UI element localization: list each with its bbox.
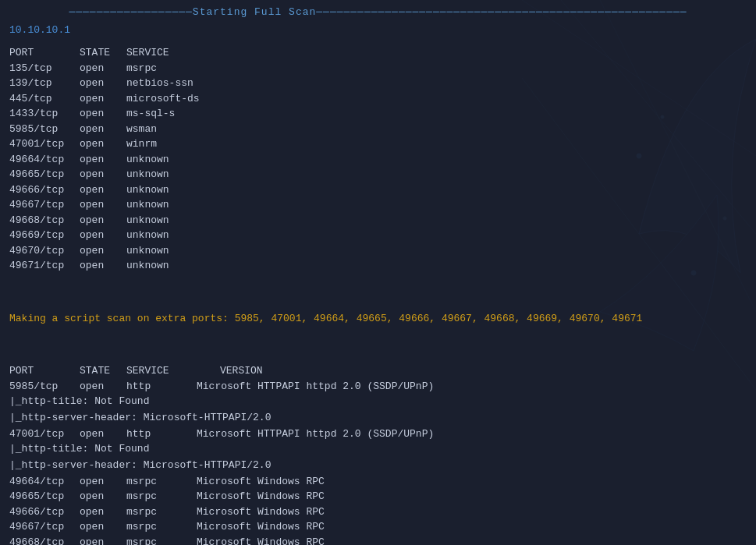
table-row: 135/tcpopenmsrpc [9, 61, 747, 76]
script-scan-notice: Making a script scan on extra ports: 598… [9, 311, 747, 327]
port-col-header: PORT [9, 45, 80, 61]
state-cell: open [80, 228, 126, 243]
initial-scan-rows: 135/tcpopenmsrpc139/tcpopennetbios-ssn44… [9, 61, 747, 274]
table-row: 49664/tcpopenmsrpcMicrosoft Windows RPC [9, 474, 747, 490]
table-row: 5985/tcpopenhttpMicrosoft HTTPAPI httpd … [9, 379, 747, 395]
state-cell: open [80, 213, 126, 228]
port-cell: 1433/tcp [9, 106, 80, 122]
version-cell: Microsoft HTTPAPI httpd 2.0 (SSDP/UPnP) [197, 379, 434, 395]
service-cell: netbios-ssn [126, 76, 220, 91]
table-header-row: PORT STATE SERVICE [9, 45, 747, 61]
table-row: 49666/tcpopenmsrpcMicrosoft Windows RPC [9, 504, 747, 520]
state-cell: open [80, 258, 126, 274]
version-cell: Microsoft Windows RPC [197, 504, 325, 520]
table-row: 47001/tcpopenhttpMicrosoft HTTPAPI httpd… [9, 426, 747, 442]
header-title: Starting Full Scan [193, 6, 316, 18]
service-cell: unknown [126, 197, 220, 213]
initial-port-table: PORT STATE SERVICE 135/tcpopenmsrpc139/t… [9, 45, 747, 274]
state-col-header-v: STATE [80, 363, 126, 379]
port-col-header-v: PORT [9, 363, 80, 379]
service-cell: msrpc [126, 504, 197, 520]
service-cell: wsman [126, 122, 220, 137]
terminal-output: ──────────────────Starting Full Scan────… [0, 0, 756, 545]
version-scan-rows: 5985/tcpopenhttpMicrosoft HTTPAPI httpd … [9, 379, 747, 546]
state-cell: open [80, 197, 126, 213]
table-row: 49666/tcpopenunknown [9, 182, 747, 198]
port-cell: 445/tcp [9, 91, 80, 107]
port-cell: 49669/tcp [9, 228, 80, 243]
table-row: 445/tcpopenmicrosoft-ds [9, 91, 747, 107]
state-cell: open [80, 535, 126, 545]
state-cell: open [80, 243, 126, 259]
table-row: 49668/tcpopenmsrpcMicrosoft Windows RPC [9, 535, 747, 545]
service-col-header: SERVICE [126, 45, 220, 61]
service-cell: winrm [126, 136, 220, 152]
service-cell: msrpc [126, 474, 197, 490]
state-cell: open [80, 91, 126, 107]
port-cell: 5985/tcp [9, 122, 80, 137]
service-cell: msrpc [126, 61, 220, 76]
state-cell: open [80, 106, 126, 122]
state-cell: open [80, 426, 126, 442]
hostname: 10.10.10.1 [9, 24, 70, 36]
service-cell: http [126, 426, 197, 442]
table-row: 49670/tcpopenunknown [9, 243, 747, 259]
state-cell: open [80, 519, 126, 535]
port-cell: 49668/tcp [9, 535, 80, 545]
version-table-row: 49666/tcpopenmsrpcMicrosoft Windows RPC [9, 504, 747, 520]
service-cell: unknown [126, 167, 220, 182]
port-cell: 139/tcp [9, 76, 80, 91]
port-cell: 49664/tcp [9, 474, 80, 490]
service-cell: http [126, 379, 197, 395]
version-cell: Microsoft Windows RPC [197, 474, 325, 490]
service-cell: unknown [126, 182, 220, 198]
version-table-row: 49665/tcpopenmsrpcMicrosoft Windows RPC [9, 489, 747, 504]
service-cell: unknown [126, 213, 220, 228]
state-cell: open [80, 61, 126, 76]
port-cell: 49667/tcp [9, 197, 80, 213]
table-row: 49665/tcpopenunknown [9, 167, 747, 182]
service-cell: ms-sql-s [126, 106, 220, 122]
service-cell: unknown [126, 152, 220, 168]
service-cell: msrpc [126, 535, 197, 545]
port-cell: 49666/tcp [9, 182, 80, 198]
hostname-line: 10.10.10.1 [9, 24, 747, 36]
version-table-header-row: PORT STATE SERVICE VERSION [9, 363, 747, 379]
version-table-row: 5985/tcpopenhttpMicrosoft HTTPAPI httpd … [9, 379, 747, 426]
service-cell: microsoft-ds [126, 91, 220, 107]
table-row: 47001/tcpopenwinrm [9, 136, 747, 152]
state-cell: open [80, 504, 126, 520]
version-table-row: 49664/tcpopenmsrpcMicrosoft Windows RPC [9, 474, 747, 490]
detail-row: |_http-title: Not Found [9, 394, 747, 410]
port-cell: 49668/tcp [9, 213, 80, 228]
state-cell: open [80, 136, 126, 152]
version-cell: Microsoft Windows RPC [197, 535, 325, 545]
state-cell: open [80, 182, 126, 198]
version-table-row: 49668/tcpopenmsrpcMicrosoft Windows RPC [9, 535, 747, 545]
port-cell: 49665/tcp [9, 489, 80, 504]
state-cell: open [80, 76, 126, 91]
port-cell: 5985/tcp [9, 379, 80, 395]
detail-row: |_http-server-header: Microsoft-HTTPAPI/… [9, 458, 747, 474]
detail-row: |_http-server-header: Microsoft-HTTPAPI/… [9, 410, 747, 426]
service-cell: unknown [126, 243, 220, 259]
state-cell: open [80, 379, 126, 395]
table-row: 5985/tcpopenwsman [9, 122, 747, 137]
table-row: 49667/tcpopenmsrpcMicrosoft Windows RPC [9, 519, 747, 535]
port-cell: 135/tcp [9, 61, 80, 76]
service-cell: msrpc [126, 519, 197, 535]
scan-header: ──────────────────Starting Full Scan────… [9, 6, 747, 18]
port-cell: 49665/tcp [9, 167, 80, 182]
table-row: 49669/tcpopenunknown [9, 228, 747, 243]
service-cell: msrpc [126, 489, 197, 504]
table-row: 49671/tcpopenunknown [9, 258, 747, 274]
port-cell: 49670/tcp [9, 243, 80, 259]
state-cell: open [80, 489, 126, 504]
port-cell: 47001/tcp [9, 426, 80, 442]
table-row: 49668/tcpopenunknown [9, 213, 747, 228]
table-row: 49667/tcpopenunknown [9, 197, 747, 213]
table-row: 49664/tcpopenunknown [9, 152, 747, 168]
version-cell: Microsoft Windows RPC [197, 489, 325, 504]
state-cell: open [80, 122, 126, 137]
port-cell: 49664/tcp [9, 152, 80, 168]
